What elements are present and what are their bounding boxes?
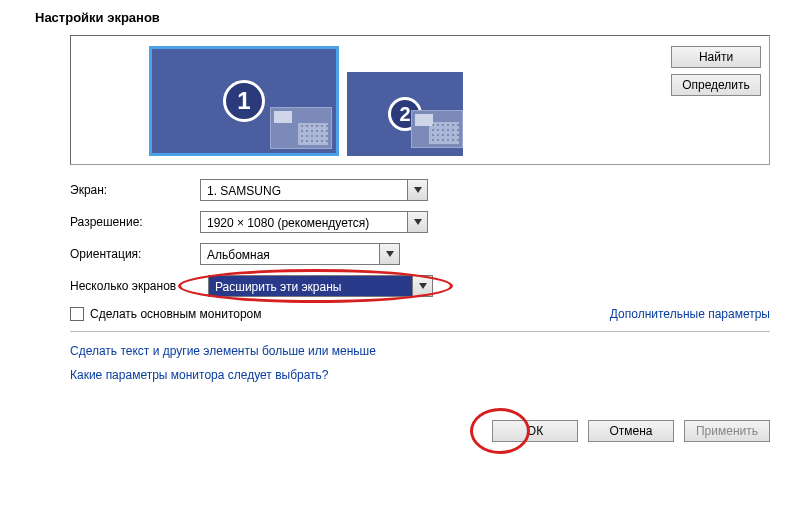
text-size-link[interactable]: Сделать текст и другие элементы больше и… [70,344,376,358]
dropdown-button[interactable] [379,244,399,264]
monitor-decor-icon [270,107,332,149]
orientation-select[interactable]: Альбомная [200,243,400,265]
multi-displays-value: Расширить эти экраны [209,276,412,296]
chevron-down-icon [414,219,422,225]
orientation-value: Альбомная [201,244,379,264]
page-title: Настройки экранов [35,10,770,25]
chevron-down-icon [419,283,427,289]
resolution-label: Разрешение: [70,215,200,229]
find-button[interactable]: Найти [671,46,761,68]
display-label: Экран: [70,183,200,197]
advanced-settings-link[interactable]: Дополнительные параметры [610,307,770,321]
monitor-1[interactable]: 1 [149,46,339,156]
apply-button[interactable]: Применить [684,420,770,442]
monitor-preview-box: 1 2 Найти Определить [70,35,770,165]
monitor-2[interactable]: 2 [347,72,463,156]
dropdown-button[interactable] [407,180,427,200]
display-select[interactable]: 1. SAMSUNG [200,179,428,201]
orientation-label: Ориентация: [70,247,200,261]
resolution-value: 1920 × 1080 (рекомендуется) [201,212,407,232]
chevron-down-icon [386,251,394,257]
monitor-decor-icon [411,110,463,148]
multi-displays-select[interactable]: Расширить эти экраны [208,275,433,297]
chevron-down-icon [414,187,422,193]
cancel-button[interactable]: Отмена [588,420,674,442]
monitor-1-badge: 1 [223,80,265,122]
dropdown-button[interactable] [407,212,427,232]
dropdown-button[interactable] [412,276,432,296]
identify-button[interactable]: Определить [671,74,761,96]
make-primary-checkbox[interactable] [70,307,84,321]
multi-displays-label: Несколько экранов [70,279,208,293]
display-value: 1. SAMSUNG [201,180,407,200]
ok-button[interactable]: ОК [492,420,578,442]
divider [70,331,770,332]
make-primary-label: Сделать основным монитором [90,307,262,321]
resolution-select[interactable]: 1920 × 1080 (рекомендуется) [200,211,428,233]
which-settings-link[interactable]: Какие параметры монитора следует выбрать… [70,368,329,382]
